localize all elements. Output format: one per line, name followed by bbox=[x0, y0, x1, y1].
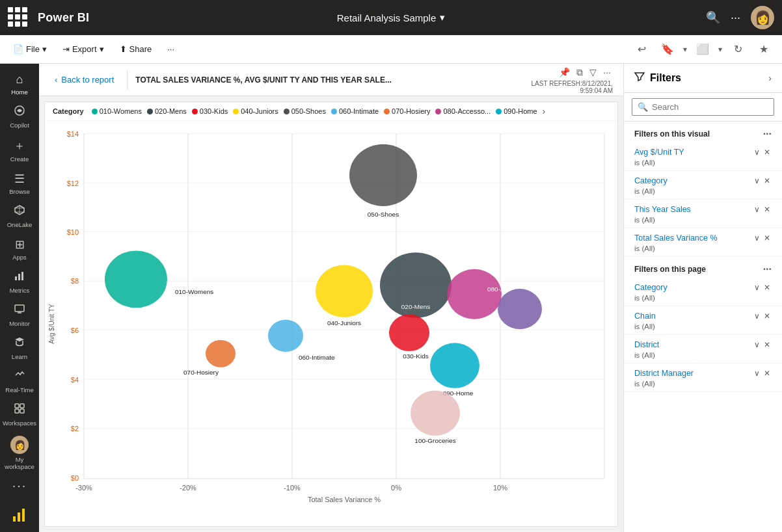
toolbar-more-icon: ··· bbox=[167, 44, 174, 54]
legend-dot-intimate bbox=[331, 109, 337, 114]
filter-chain-chevron[interactable]: ∨ bbox=[753, 310, 761, 322]
bubble-purple[interactable] bbox=[498, 289, 542, 329]
page-filters-more-icon[interactable]: ··· bbox=[763, 263, 772, 275]
bookmark-button[interactable]: 🔖 bbox=[657, 39, 678, 60]
filter-total-sales-variance-clear[interactable]: ✕ bbox=[762, 232, 772, 244]
filter-total-sales-variance-actions: ∨ ✕ bbox=[753, 232, 772, 244]
sidebar-item-workspaces[interactable]: Workspaces bbox=[3, 399, 36, 431]
pin-icon[interactable]: 📌 bbox=[557, 65, 572, 80]
svg-rect-1 bbox=[15, 276, 17, 280]
legend-item-kids[interactable]: 030-Kids bbox=[192, 107, 228, 115]
svg-text:010-Womens: 010-Womens bbox=[175, 289, 213, 295]
more-options-icon[interactable]: ··· bbox=[731, 11, 740, 25]
filter-district-manager-clear[interactable]: ✕ bbox=[762, 367, 772, 379]
sidebar-item-copilot[interactable]: Copilot bbox=[3, 101, 36, 133]
filters-search-input[interactable] bbox=[652, 102, 768, 112]
bubble-intimate[interactable] bbox=[268, 320, 303, 352]
sidebar-item-learn[interactable]: Learn bbox=[3, 332, 36, 364]
view-button[interactable]: ⬜ bbox=[692, 39, 713, 60]
filter-this-year-sales-clear[interactable]: ✕ bbox=[762, 204, 772, 215]
filter-this-year-sales-value: is (All) bbox=[634, 216, 772, 224]
bubble-home[interactable] bbox=[430, 343, 479, 388]
filter-chain[interactable]: Chain ∨ ✕ is (All) bbox=[624, 306, 782, 335]
legend-dot-shoes bbox=[284, 109, 290, 114]
filter-category-page-chevron[interactable]: ∨ bbox=[753, 282, 761, 293]
filter-total-sales-variance-chevron[interactable]: ∨ bbox=[753, 232, 761, 244]
legend-item-hosiery[interactable]: 070-Hosiery bbox=[384, 107, 430, 115]
bubble-shoes[interactable] bbox=[349, 144, 417, 206]
favorite-button[interactable]: ★ bbox=[753, 39, 774, 60]
filter-avg-unit-ty-chevron[interactable]: ∨ bbox=[753, 146, 761, 158]
filter-icon[interactable]: ▽ bbox=[587, 65, 599, 80]
bubble-juniors[interactable] bbox=[316, 265, 373, 317]
filter-category-page-clear[interactable]: ✕ bbox=[762, 282, 772, 293]
filter-district-manager[interactable]: District Manager ∨ ✕ is (All) bbox=[624, 364, 782, 392]
filters-search-box[interactable]: 🔍 bbox=[632, 98, 774, 116]
back-to-report-button[interactable]: ‹ Back to report bbox=[49, 72, 119, 87]
bubble-chart: Avg $/Unit TY bbox=[45, 122, 617, 526]
legend-label-shoes: 050-Shoes bbox=[291, 107, 326, 115]
legend-item-home[interactable]: 090-Home bbox=[496, 107, 537, 115]
file-button[interactable]: 📄 File ▾ bbox=[8, 42, 52, 57]
header-more-icon[interactable]: ··· bbox=[601, 65, 613, 80]
bubble-accessories[interactable] bbox=[447, 269, 502, 319]
toolbar-more-button[interactable]: ··· bbox=[162, 42, 180, 57]
legend-item-mens[interactable]: 020-Mens bbox=[147, 107, 187, 115]
bubble-kids[interactable] bbox=[389, 314, 429, 351]
sidebar-item-monitor[interactable]: Monitor bbox=[3, 299, 36, 331]
search-icon[interactable]: 🔍 bbox=[706, 10, 720, 25]
filter-category-visual-clear[interactable]: ✕ bbox=[762, 175, 772, 187]
legend-more-icon[interactable]: › bbox=[543, 106, 546, 116]
bubble-hosiery[interactable] bbox=[206, 340, 236, 367]
sidebar-item-more[interactable]: ··· bbox=[3, 474, 36, 497]
filter-avg-unit-ty[interactable]: Avg $/Unit TY ∨ ✕ is (All) bbox=[624, 142, 782, 171]
filter-district[interactable]: District ∨ ✕ is (All) bbox=[624, 335, 782, 364]
copilot-icon bbox=[14, 105, 25, 120]
sidebar-item-browse[interactable]: ☰ Browse bbox=[3, 168, 36, 199]
filter-district-manager-chevron[interactable]: ∨ bbox=[753, 367, 761, 379]
legend-item-intimate[interactable]: 060-Intimate bbox=[331, 107, 379, 115]
svg-rect-10 bbox=[18, 512, 20, 522]
title-chevron-icon[interactable]: ▾ bbox=[440, 12, 445, 23]
bubble-womens[interactable] bbox=[105, 250, 167, 308]
legend-item-juniors[interactable]: 040-Juniors bbox=[233, 107, 278, 115]
legend-item-womens[interactable]: 010-Womens bbox=[92, 107, 142, 115]
svg-rect-4 bbox=[15, 305, 24, 312]
legend-item-shoes[interactable]: 050-Shoes bbox=[284, 107, 326, 115]
legend-item-accessories[interactable]: 080-Accesso... bbox=[435, 107, 491, 115]
user-avatar[interactable]: 👩 bbox=[751, 6, 774, 29]
filter-this-year-sales-chevron[interactable]: ∨ bbox=[753, 204, 761, 215]
sidebar-item-my-workspace[interactable]: 👩 My workspace bbox=[3, 432, 36, 474]
sidebar-apps-label: Apps bbox=[12, 254, 27, 261]
filters-title: Filters bbox=[634, 72, 681, 85]
sidebar-item-create[interactable]: ＋ Create bbox=[3, 134, 36, 166]
refresh-button[interactable]: ↻ bbox=[727, 39, 748, 60]
waffle-menu[interactable] bbox=[8, 7, 29, 28]
filters-panel-toggle[interactable]: › bbox=[768, 73, 772, 83]
undo-button[interactable]: ↩ bbox=[631, 39, 652, 60]
export-button[interactable]: ⇥ Export ▾ bbox=[57, 42, 109, 57]
filter-category-page[interactable]: Category ∨ ✕ is (All) bbox=[624, 278, 782, 306]
filter-district-chevron[interactable]: ∨ bbox=[753, 339, 761, 351]
sidebar-item-onelake[interactable]: OneLake bbox=[3, 200, 36, 232]
filter-district-value: is (All) bbox=[634, 351, 772, 359]
filter-category-visual-chevron[interactable]: ∨ bbox=[753, 175, 761, 187]
sidebar-item-metrics[interactable]: Metrics bbox=[3, 266, 36, 298]
filter-chain-clear[interactable]: ✕ bbox=[762, 310, 772, 322]
filter-avg-unit-ty-clear[interactable]: ✕ bbox=[762, 146, 772, 158]
bubble-groceries[interactable] bbox=[411, 390, 460, 436]
sidebar-copilot-label: Copilot bbox=[10, 122, 29, 129]
chart-container: Category 010-Womens 020-Mens 030-Kids 04… bbox=[44, 101, 618, 527]
visual-filters-more-icon[interactable]: ··· bbox=[763, 128, 772, 140]
sidebar-item-realtime[interactable]: Real-Time bbox=[3, 366, 36, 397]
filter-district-clear[interactable]: ✕ bbox=[762, 339, 772, 351]
filter-total-sales-variance[interactable]: Total Sales Variance % ∨ ✕ is (All) bbox=[624, 228, 782, 257]
sidebar-item-home[interactable]: ⌂ Home bbox=[3, 69, 36, 100]
copy-icon[interactable]: ⧉ bbox=[574, 65, 585, 80]
svg-text:060-Intimate: 060-Intimate bbox=[299, 354, 335, 360]
svg-rect-6 bbox=[20, 404, 24, 408]
share-button[interactable]: ⬆ Share bbox=[115, 42, 157, 57]
sidebar-item-apps[interactable]: ⊞ Apps bbox=[3, 233, 36, 265]
filter-this-year-sales[interactable]: This Year Sales ∨ ✕ is (All) bbox=[624, 200, 782, 228]
filter-category-visual[interactable]: Category ∨ ✕ is (All) bbox=[624, 171, 782, 200]
